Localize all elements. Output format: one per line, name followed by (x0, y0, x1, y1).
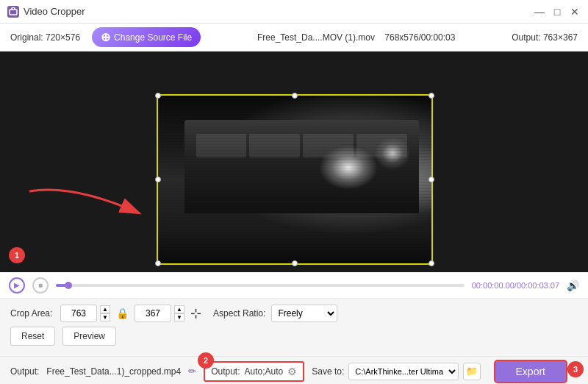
output-settings-value: Auto;Auto (244, 366, 283, 377)
aspect-ratio-label: Aspect Ratio: (213, 308, 265, 319)
width-input-group: ▲ ▼ (60, 305, 110, 322)
gear-icon[interactable]: ⚙ (287, 366, 297, 377)
red-arrow (15, 177, 176, 235)
controls-area: Crop Area: ▲ ▼ 🔒 ▲ ▼ ⊹ Aspect Ratio: Fre… (0, 299, 588, 356)
title-bar: Video Cropper — □ ✕ (0, 0, 588, 24)
motion-blur (157, 94, 433, 265)
height-down-btn[interactable]: ▼ (174, 313, 184, 321)
crop-move-button[interactable]: ⊹ (190, 305, 201, 321)
reset-button[interactable]: Reset (10, 327, 55, 346)
edit-filename-icon[interactable]: ✏ (188, 366, 196, 377)
width-input[interactable] (60, 305, 97, 322)
minimize-button[interactable]: — (534, 6, 545, 18)
filename: Free_Test_Da....MOV (1).mov (257, 32, 375, 43)
close-button[interactable]: ✕ (569, 6, 581, 18)
badge-2: 2 (198, 352, 214, 369)
app-icon (7, 6, 19, 18)
browse-folder-button[interactable]: 📁 (463, 363, 481, 380)
top-bar: Original: 720×576 ⊕ Change Source File F… (0, 24, 588, 51)
playback-bar: ▶ ■ 00:00:00.00/00:00:03.07 🔊 (0, 272, 588, 299)
width-up-btn[interactable]: ▲ (100, 305, 110, 313)
change-source-button[interactable]: ⊕ Change Source File (92, 27, 201, 47)
width-spinner[interactable]: ▲ ▼ (100, 305, 110, 321)
output-resolution: Output: 763×367 (512, 32, 578, 43)
output-settings-label: Output: (211, 366, 240, 377)
preview-button[interactable]: Preview (62, 327, 116, 346)
file-resolution: 768x576/00:00:03 (384, 32, 455, 43)
lock-icon[interactable]: 🔒 (116, 307, 129, 319)
export-button[interactable]: Export (494, 360, 567, 383)
output-settings-box: Output: Auto;Auto ⚙ (204, 361, 304, 382)
progress-dot[interactable] (65, 282, 72, 289)
width-down-btn[interactable]: ▼ (100, 313, 110, 321)
volume-icon[interactable]: 🔊 (567, 280, 579, 291)
badge-1: 1 (9, 247, 25, 263)
save-to-group: Save to: C:\ArkThinke...ter Ultimate\Vid… (312, 363, 481, 380)
output-label: Output: (10, 366, 39, 377)
bottom-bar: Output: Free_Test_Data...1)_cropped.mp4 … (0, 356, 588, 384)
file-info: Free_Test_Da....MOV (1).mov 768x576/00:0… (212, 32, 500, 43)
save-path-select[interactable]: C:\ArkThinke...ter Ultimate\Video Crop (348, 363, 459, 380)
height-spinner[interactable]: ▲ ▼ (174, 305, 184, 321)
maximize-button[interactable]: □ (551, 6, 563, 18)
progress-bar[interactable] (56, 284, 465, 287)
window-controls: — □ ✕ (534, 6, 581, 18)
time-display: 00:00:00.00/00:00:03.07 (472, 281, 559, 290)
height-input[interactable] (135, 305, 171, 322)
stop-button[interactable]: ■ (32, 277, 49, 294)
aspect-ratio-select[interactable]: Freely16:94:31:19:16 (271, 305, 337, 322)
crop-area-label: Crop Area: (10, 308, 54, 319)
crop-controls-row: Crop Area: ▲ ▼ 🔒 ▲ ▼ ⊹ Aspect Ratio: Fre… (10, 305, 578, 322)
preview-area: 1 (0, 51, 588, 272)
save-to-label: Save to: (312, 366, 344, 377)
output-filename: Free_Test_Data...1)_cropped.mp4 (46, 366, 181, 377)
badge-3: 3 (567, 361, 584, 377)
video-frame-inner (157, 94, 433, 265)
video-content (157, 94, 433, 265)
play-button[interactable]: ▶ (9, 277, 25, 294)
original-resolution: Original: 720×576 (10, 32, 80, 43)
app-title: Video Cropper (24, 6, 534, 17)
height-input-group: ▲ ▼ (135, 305, 184, 322)
change-source-label: Change Source File (114, 32, 192, 43)
height-up-btn[interactable]: ▲ (174, 305, 184, 313)
action-row: Reset Preview (10, 327, 578, 346)
svg-rect-0 (10, 10, 17, 15)
plus-icon: ⊕ (101, 30, 110, 44)
